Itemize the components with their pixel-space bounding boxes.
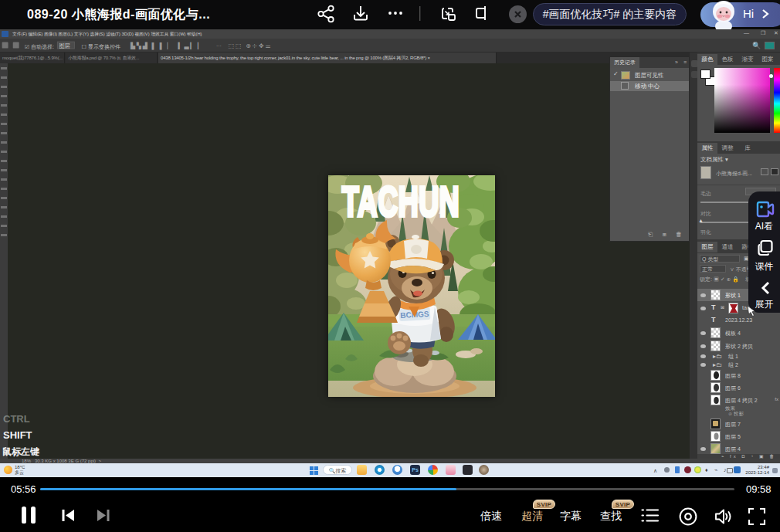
svg-text:TACHUN: TACHUN: [342, 178, 460, 225]
